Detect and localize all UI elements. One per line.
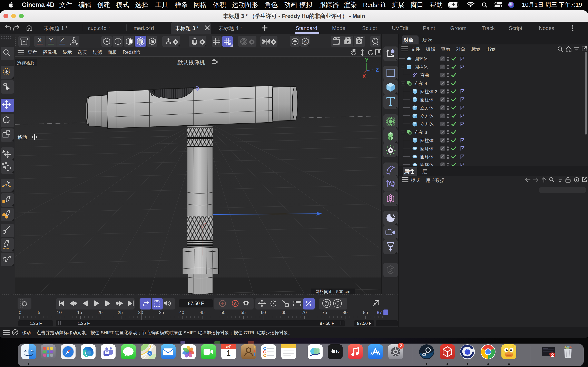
svg-text:Y: Y [365,57,369,63]
svg-text:0: 0 [19,310,21,315]
svg-text:40: 40 [179,310,184,315]
svg-text:25: 25 [118,310,123,315]
svg-text:20: 20 [98,310,103,315]
svg-text:10月: 10月 [226,345,232,348]
svg-text:15: 15 [77,310,82,315]
svg-text:35: 35 [159,310,164,315]
svg-text:60: 60 [261,310,266,315]
svg-text:65: 65 [282,310,286,315]
svg-text:A: A [233,301,237,306]
svg-text:A: A [304,39,307,44]
svg-text:tv: tv [336,349,340,354]
svg-text:70: 70 [302,310,307,315]
svg-text:Z: Z [376,67,379,73]
svg-text:50: 50 [221,310,225,315]
svg-text:75: 75 [322,310,327,315]
svg-text:55: 55 [241,310,246,315]
svg-text:30: 30 [138,310,143,315]
svg-text:10: 10 [57,310,62,315]
svg-text:1: 1 [226,349,231,358]
svg-text:80: 80 [343,310,347,315]
svg-text:85: 85 [363,310,368,315]
svg-text:5: 5 [38,310,40,315]
svg-text:X: X [362,73,366,79]
svg-text:87: 87 [377,310,382,315]
svg-text:45: 45 [200,310,205,315]
